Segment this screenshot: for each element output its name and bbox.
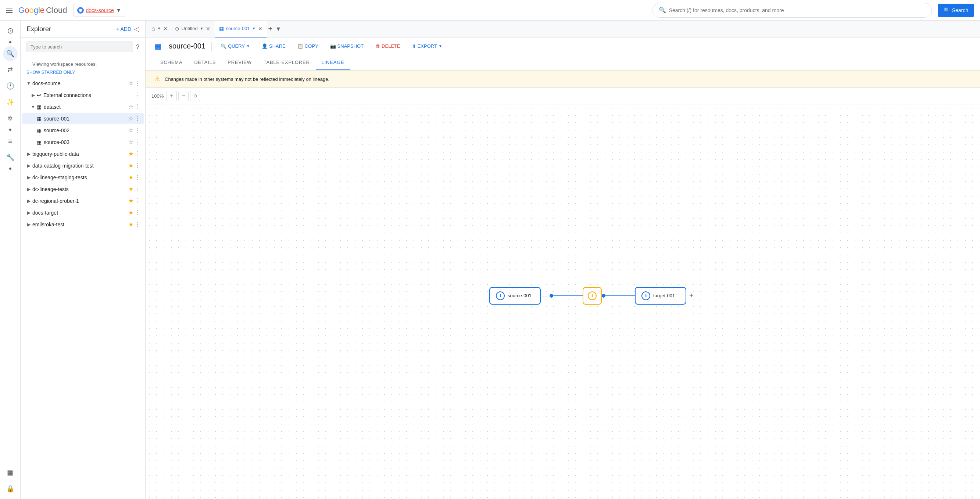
more-tabs-button[interactable]: ▼ (274, 26, 283, 32)
star-icon[interactable]: ☆ (128, 115, 134, 122)
copy-button[interactable]: 📋 COPY (294, 41, 321, 51)
warning-message: Changes made in other systems may not be… (165, 76, 329, 82)
table-title: source-001 (169, 42, 205, 50)
tab-dropdown-icon: ▼ (252, 27, 256, 30)
sidebar-item-emilsroka-test[interactable]: ▶ emilsroka-test ★ ⋮ (22, 219, 144, 230)
table-toolbar-icon: ▦ (154, 42, 161, 51)
rail-icon-clock[interactable]: 🕐 (3, 79, 18, 93)
more-icon[interactable]: ⋮ (135, 209, 141, 216)
global-search-input[interactable] (669, 7, 926, 13)
sidebar-item-bigquery-public-data[interactable]: ▶ bigquery-public-data ★ ⋮ (22, 148, 144, 159)
delete-button[interactable]: 🗑 DELETE (372, 41, 403, 51)
show-starred-button[interactable]: SHOW STARRED ONLY (27, 70, 139, 75)
add-node-button[interactable]: + (689, 291, 694, 300)
star-icon[interactable]: ☆ (128, 127, 134, 134)
rail-icon-list[interactable]: ≡ (3, 134, 18, 148)
rail-icon-lock[interactable]: 🔒 (3, 482, 18, 496)
more-icon[interactable]: ⋮ (135, 197, 141, 204)
more-icon[interactable]: ⋮ (135, 80, 141, 87)
search-help-button[interactable]: ? (136, 44, 139, 50)
sidebar-item-docs-source[interactable]: ▼ docs-source ☆ ⋮ (22, 78, 144, 89)
connector-1: — (541, 292, 582, 299)
more-icon[interactable]: ⋮ (135, 221, 141, 228)
star-icon[interactable]: ★ (128, 197, 134, 204)
sidebar-item-source-003[interactable]: ▦ source-003 ☆ ⋮ (22, 136, 144, 148)
more-icon[interactable]: ⋮ (135, 186, 141, 192)
rail-icon-search[interactable]: 🔍 (3, 46, 18, 61)
query-button[interactable]: 🔍 QUERY ▼ (218, 41, 253, 51)
star-icon[interactable]: ☆ (128, 138, 134, 146)
more-icon[interactable]: ⋮ (135, 138, 141, 146)
star-icon[interactable]: ☆ (128, 103, 134, 110)
sub-tab-schema[interactable]: SCHEMA (154, 55, 188, 70)
more-icon[interactable]: ⋮ (135, 174, 141, 181)
sub-tab-lineage[interactable]: LINEAGE (316, 55, 350, 70)
item-label: dc-lineage-staging-tests (32, 175, 128, 180)
add-button[interactable]: + ADD (116, 26, 131, 32)
tab-label-untitled: Untitled (181, 26, 198, 31)
zoom-level-display: 100% (151, 93, 164, 99)
more-icon[interactable]: ⋮ (135, 92, 141, 99)
sidebar-item-data-catalog-migration-test[interactable]: ▶ data-catalog-migration-test ★ ⋮ (22, 160, 144, 171)
zoom-in-button[interactable]: + (167, 91, 177, 101)
sidebar-item-dc-lineage-staging-tests[interactable]: ▶ dc-lineage-staging-tests ★ ⋮ (22, 172, 144, 183)
collapse-sidebar-button[interactable]: ◁ (134, 25, 139, 33)
lineage-node-target-001[interactable]: ℹ target-001 (635, 287, 686, 305)
close-icon[interactable]: ✕ (258, 26, 262, 32)
rail-icon-table[interactable]: ▦ (3, 465, 18, 480)
export-button[interactable]: ⬆ EXPORT ▼ (409, 41, 445, 51)
more-icon[interactable]: ⋮ (135, 127, 141, 134)
logo-text: Google (18, 5, 45, 15)
star-icon[interactable]: ☆ (128, 80, 134, 87)
rail-icon-search-circle[interactable]: ⊙ (3, 24, 18, 38)
sidebar-item-external-connections[interactable]: ▶ ↩ External connections ⋮ (22, 89, 144, 101)
menu-button[interactable] (6, 8, 13, 13)
star-icon[interactable]: ★ (128, 221, 134, 228)
sub-tab-preview[interactable]: PREVIEW (222, 55, 258, 70)
lineage-node-middle[interactable]: ℹ (582, 287, 602, 305)
rail-icon-pin[interactable]: ✲ (3, 111, 18, 126)
item-label: source-002 (44, 127, 128, 133)
sub-tab-details[interactable]: DETAILS (188, 55, 222, 70)
search-icon: 🔍 (659, 6, 666, 14)
tab-untitled[interactable]: ⊙ Untitled ▼ ✕ (170, 21, 215, 38)
rail-icon-wrench[interactable]: 🔧 (3, 150, 18, 165)
search-button[interactable]: 🔍 Search (938, 4, 974, 17)
sidebar-item-dc-regional-prober-1[interactable]: ▶ dc-regional-prober-1 ★ ⋮ (22, 195, 144, 207)
rail-icon-wand[interactable]: ✨ (3, 95, 18, 110)
zoom-out-button[interactable]: − (178, 91, 189, 101)
star-icon[interactable]: ★ (128, 162, 134, 169)
close-icon[interactable]: ✕ (163, 26, 168, 32)
lineage-graph[interactable]: ℹ source-001 — ℹ (146, 104, 980, 499)
snapshot-button[interactable]: 📷 SNAPSHOT (327, 41, 367, 51)
add-tab-button[interactable]: + (267, 25, 274, 33)
star-icon[interactable]: ★ (128, 186, 134, 192)
global-search-bar[interactable]: 🔍 (652, 3, 932, 17)
close-icon[interactable]: ✕ (206, 26, 210, 32)
star-icon[interactable]: ★ (128, 174, 134, 181)
star-icon[interactable]: ★ (128, 150, 134, 157)
more-icon[interactable]: ⋮ (135, 103, 141, 110)
more-icon[interactable]: ⋮ (135, 162, 141, 169)
sidebar-item-dc-lineage-tests[interactable]: ▶ dc-lineage-tests ★ ⋮ (22, 183, 144, 195)
export-dropdown-icon: ▼ (439, 44, 442, 48)
sub-tab-table-explorer[interactable]: TABLE EXPLORER (258, 55, 316, 70)
lineage-node-source-001[interactable]: ℹ source-001 (489, 287, 541, 305)
sidebar-item-source-001[interactable]: ▦ source-001 ☆ ⋮ (22, 113, 144, 124)
project-selector[interactable]: docs-source ▼ (73, 4, 125, 17)
star-icon[interactable]: ★ (128, 209, 134, 216)
toolbar-sep-1 (212, 42, 212, 51)
query-icon: ⊙ (175, 26, 180, 32)
rail-icon-arrows[interactable]: ⇄ (3, 62, 18, 77)
share-button[interactable]: 👤 SHARE (259, 41, 288, 51)
zoom-reset-button[interactable]: ⊙ (190, 91, 200, 101)
sidebar-item-docs-target[interactable]: ▶ docs-target ★ ⋮ (22, 207, 144, 218)
more-icon[interactable]: ⋮ (135, 115, 141, 122)
sidebar-item-dataset[interactable]: ▼ ▦ dataset ☆ ⋮ (22, 101, 144, 113)
tab-home[interactable]: ⌂ ▼ ✕ (148, 21, 170, 38)
tab-source-001[interactable]: ▦ source-001 ▼ ✕ (215, 21, 267, 38)
sidebar-search-input[interactable] (27, 41, 133, 52)
sidebar-item-source-002[interactable]: ▦ source-002 ☆ ⋮ (22, 125, 144, 136)
sidebar-actions: + ADD ◁ (116, 25, 139, 33)
more-icon[interactable]: ⋮ (135, 150, 141, 157)
